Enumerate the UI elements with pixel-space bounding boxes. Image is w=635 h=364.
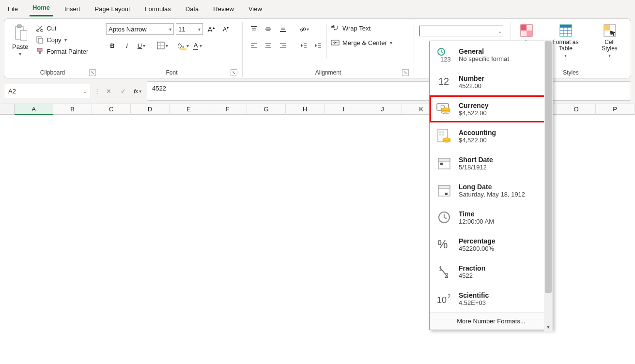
col-header[interactable]: G: [247, 104, 286, 115]
col-header[interactable]: H: [286, 104, 325, 115]
format-option-percent[interactable]: % Percentage452200.00%: [430, 231, 553, 258]
svg-text:10: 10: [437, 295, 447, 305]
align-right-button[interactable]: [277, 39, 289, 52]
svg-rect-50: [604, 25, 610, 30]
col-header[interactable]: D: [131, 104, 170, 115]
tab-review[interactable]: Review: [210, 3, 237, 16]
format-option-time[interactable]: Time12:00:00 AM: [430, 204, 553, 231]
svg-text:2: 2: [448, 293, 450, 299]
format-example: 4.52E+03: [459, 299, 486, 306]
tab-page-layout[interactable]: Page Layout: [92, 3, 133, 16]
align-middle-button[interactable]: [262, 23, 275, 35]
tab-home[interactable]: Home: [30, 2, 53, 16]
font-color-icon: A: [193, 42, 199, 50]
copy-label: Copy: [46, 36, 61, 44]
enter-formula-button[interactable]: ✓: [117, 85, 129, 97]
align-center-button[interactable]: [262, 39, 275, 52]
col-header[interactable]: I: [325, 104, 363, 115]
svg-point-3: [37, 30, 39, 32]
number-format-select[interactable]: ⌄: [419, 26, 503, 36]
col-header[interactable]: B: [53, 104, 92, 115]
scientific-icon: 102: [435, 290, 453, 307]
cut-button[interactable]: Cut: [34, 23, 90, 33]
time-icon: [435, 209, 453, 226]
font-color-button[interactable]: A▾: [191, 39, 204, 52]
svg-rect-2: [20, 30, 27, 40]
number-format-dropdown: 123 GeneralNo specific format 12 Number4…: [429, 41, 553, 330]
general-icon: 123: [435, 46, 453, 63]
increase-indent-button[interactable]: [312, 39, 325, 52]
decrease-font-button[interactable]: A▾: [219, 23, 232, 35]
wrap-text-label: Wrap Text: [342, 25, 371, 32]
col-header[interactable]: O: [557, 104, 596, 115]
scroll-down-arrow[interactable]: ▼: [546, 324, 551, 330]
col-header[interactable]: F: [208, 104, 247, 115]
wrap-text-button[interactable]: ab Wrap Text: [329, 23, 394, 33]
paintbrush-icon: [36, 47, 44, 55]
tab-data[interactable]: Data: [183, 3, 201, 16]
format-name: Fraction: [459, 264, 485, 272]
format-option-shortdate[interactable]: Short Date5/18/1912: [430, 150, 553, 177]
increase-font-button[interactable]: A▴: [205, 23, 217, 35]
fill-color-button[interactable]: ▾: [177, 39, 189, 52]
col-header[interactable]: C: [92, 104, 131, 115]
format-option-scientific[interactable]: 102 Scientific4.52E+03: [430, 285, 553, 312]
format-option-accounting[interactable]: Accounting $4,522.00: [430, 122, 553, 150]
clipboard-dialog-launcher[interactable]: ⤡: [89, 69, 96, 76]
svg-rect-44: [560, 25, 572, 28]
svg-text:ab: ab: [331, 24, 335, 29]
format-option-number[interactable]: 12 Number4522.00: [430, 68, 553, 95]
format-name: Currency: [459, 102, 488, 109]
col-header[interactable]: E: [170, 104, 208, 115]
format-name: Scientific: [459, 291, 489, 299]
merge-icon: [331, 39, 340, 46]
cell-styles-button[interactable]: Cell Styles▾: [593, 23, 626, 59]
underline-button[interactable]: U▾: [135, 39, 148, 52]
font-dialog-launcher[interactable]: ⤡: [231, 69, 237, 76]
format-name: Short Date: [459, 156, 493, 164]
align-left-button[interactable]: [248, 39, 260, 52]
tab-view[interactable]: View: [246, 3, 265, 16]
col-header[interactable]: A: [15, 104, 53, 115]
outdent-icon: [300, 42, 308, 49]
format-option-longdate[interactable]: Long DateSaturday, May 18, 1912: [430, 177, 553, 204]
col-header[interactable]: J: [363, 104, 402, 115]
format-option-general[interactable]: 123 GeneralNo specific format: [430, 41, 553, 68]
copy-icon: [36, 36, 44, 44]
orientation-button[interactable]: ab▾: [297, 23, 310, 35]
tab-formulas[interactable]: Formulas: [142, 3, 174, 16]
dropdown-scrollbar[interactable]: ▼: [544, 41, 553, 332]
format-option-currency[interactable]: Currency$4,522.00: [430, 95, 553, 122]
font-size-select[interactable]: 11▾: [176, 23, 203, 35]
format-painter-label: Format Painter: [46, 48, 88, 55]
bold-button[interactable]: B: [106, 39, 119, 52]
copy-button[interactable]: Copy ▾: [34, 34, 90, 45]
scroll-thumb[interactable]: [545, 41, 552, 293]
format-painter-button[interactable]: Format Painter: [34, 46, 90, 57]
svg-rect-62: [439, 134, 441, 136]
merge-center-button[interactable]: Merge & Center ▾: [329, 37, 394, 48]
indent-icon: [314, 42, 322, 49]
format-option-fraction[interactable]: 12 Fraction4522: [430, 258, 553, 285]
currency-icon: [435, 100, 453, 118]
alignment-dialog-launcher[interactable]: ⤡: [402, 69, 409, 76]
italic-button[interactable]: I: [121, 39, 133, 52]
fx-button[interactable]: fx▾: [131, 85, 144, 97]
cancel-formula-button[interactable]: ✕: [102, 85, 115, 97]
decrease-indent-button[interactable]: [297, 39, 310, 52]
name-box[interactable]: A2⌄: [4, 84, 91, 98]
more-number-formats[interactable]: More Number Formats...: [430, 312, 553, 330]
tab-insert[interactable]: Insert: [62, 3, 83, 16]
number-icon: 12: [435, 73, 453, 91]
borders-button[interactable]: ▾: [156, 39, 169, 52]
align-top-button[interactable]: [248, 23, 260, 35]
align-bottom-button[interactable]: [277, 23, 289, 35]
chevron-down-icon: ▾: [64, 37, 67, 43]
formula-input[interactable]: 4522: [147, 81, 631, 101]
svg-rect-8: [39, 51, 41, 54]
chevron-down-icon: ⌄: [498, 29, 502, 34]
tab-file[interactable]: File: [5, 3, 21, 16]
col-header[interactable]: P: [596, 104, 635, 115]
font-name-select[interactable]: Aptos Narrow▾: [106, 23, 174, 35]
paste-button[interactable]: Paste ▾: [9, 23, 31, 58]
